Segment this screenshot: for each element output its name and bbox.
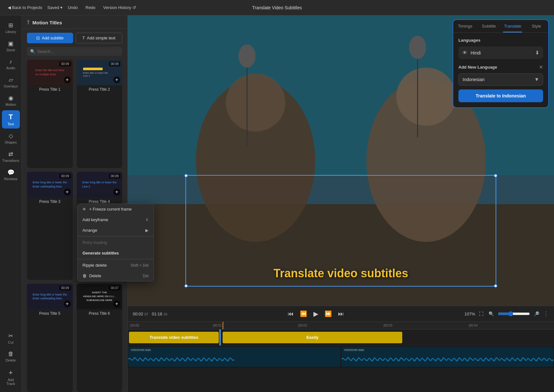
arrange-arrow-icon: ▶ xyxy=(145,228,149,233)
audio-waveform-2: voiceover.wav xyxy=(342,347,554,367)
sidebar-label-transitions: Transitions xyxy=(2,159,19,163)
language-select[interactable]: Indonesian Spanish French German Portugu… xyxy=(458,73,543,86)
sidebar-item-shapes[interactable]: ◇ Shapes xyxy=(2,130,20,147)
sidebar-label-cut: Cut xyxy=(8,340,13,344)
sidebar-item-reviews[interactable]: 💬 Reviews xyxy=(2,166,20,183)
context-menu-item-delete[interactable]: 🗑 Delete Del xyxy=(77,271,154,281)
template-add-4[interactable]: + xyxy=(113,188,120,196)
fast-forward-button[interactable]: ⏩ xyxy=(323,309,333,319)
template-duration-5: 00:09 xyxy=(59,286,71,290)
sidebar-item-text[interactable]: T Text xyxy=(2,110,20,129)
template-add-1[interactable]: + xyxy=(64,76,71,83)
sidebar-label-delete: Delete xyxy=(6,358,16,362)
current-language-row: 👁 Hindi ⬇ xyxy=(458,46,543,59)
tab-style[interactable]: Style xyxy=(524,20,548,32)
zoom-in-button[interactable]: 🔎 xyxy=(533,310,541,318)
template-add-6[interactable]: + xyxy=(113,300,120,307)
template-duration-6: 00:07 xyxy=(109,286,120,290)
library-icon: ⊞ xyxy=(8,22,13,29)
template-add-5[interactable]: + xyxy=(64,300,71,307)
skip-to-start-button[interactable]: ⏮ xyxy=(286,309,295,319)
template-card-press-title-2[interactable]: Enter title or lower theLine 2 00:09 + P… xyxy=(77,60,123,168)
search-input[interactable] xyxy=(37,49,119,54)
ruler-mark-0: |00:00 xyxy=(130,324,139,327)
translate-button[interactable]: Translate to Indonesian xyxy=(458,89,543,102)
ruler-mark-3: |00:03 xyxy=(383,324,392,327)
timeline-ruler: |00:00 |00:01 |00:02 |00:03 |00:04 xyxy=(128,322,554,329)
template-label-5: Press Title 5 xyxy=(27,309,73,318)
add-subtitle-button[interactable]: ⊡ Add subtitle xyxy=(27,33,73,43)
time-display: 00:02 07 01:18 16 xyxy=(133,312,167,316)
current-language-text: Hindi xyxy=(471,50,532,55)
sidebar-label-add-track: Add Track xyxy=(3,378,19,386)
motion-icon: ◉ xyxy=(8,95,13,102)
download-language-button[interactable]: ⬇ xyxy=(535,50,539,56)
skip-to-end-button[interactable]: ⏭ xyxy=(337,309,345,319)
subtitle-clip-1[interactable]: Translate video subtitles xyxy=(129,332,219,343)
stock-icon: ▣ xyxy=(8,40,13,47)
icon-sidebar: ⊞ Library ▣ Stock ♪ Audio ▱ Overlays ◉ M… xyxy=(0,15,22,392)
sidebar-item-stock[interactable]: ▣ Stock xyxy=(2,38,20,54)
transitions-icon: ⇄ xyxy=(8,151,13,158)
template-card-press-title-1[interactable]: Enter the title text hereon multiple lin… xyxy=(27,60,73,168)
context-menu-item-arrange[interactable]: Arrange ▶ xyxy=(77,225,154,236)
sidebar-label-motion: Motion xyxy=(5,103,16,106)
sidebar-item-audio[interactable]: ♪ Audio xyxy=(2,56,20,72)
svg-point-4 xyxy=(226,73,286,131)
waveform-svg-1 xyxy=(128,352,234,367)
redo-button[interactable]: Redo xyxy=(83,4,98,11)
tab-subtitle[interactable]: Subtitle xyxy=(477,20,501,32)
back-button[interactable]: ◀ Back to Projects xyxy=(5,4,45,11)
clip-divider xyxy=(219,329,221,346)
template-label-2: Press Title 2 xyxy=(77,85,123,94)
template-label-6: Press Title 6 xyxy=(77,309,123,318)
subtitle-track-row: Translate video subtitles Easily xyxy=(128,329,554,346)
sidebar-label-reviews: Reviews xyxy=(4,177,18,181)
tab-translate[interactable]: Translate xyxy=(501,20,524,32)
add-text-button[interactable]: T Add simple text xyxy=(76,33,123,43)
zoom-slider[interactable] xyxy=(498,311,530,316)
sidebar-label-audio: Audio xyxy=(6,66,15,70)
undo-button[interactable]: Undo xyxy=(65,4,80,11)
context-menu-separator-1 xyxy=(77,236,154,237)
saved-indicator[interactable]: Saved ▾ xyxy=(47,5,63,10)
context-menu-item-retry-loading: Retry loading xyxy=(77,237,154,248)
version-history-button[interactable]: Version History ↺ xyxy=(101,4,139,11)
add-new-language-label: Add New Language xyxy=(458,65,497,70)
template-add-3[interactable]: + xyxy=(64,188,71,196)
keyframe-shortcut: K xyxy=(146,218,149,222)
audio-track-1: voiceover.wav voiceover.wav xyxy=(128,346,554,368)
more-options-icon[interactable]: ⋮ xyxy=(543,310,549,317)
template-card-press-title-3[interactable]: Enter long title or lower theEnter subhe… xyxy=(27,172,73,280)
subtitle-clip-2[interactable]: Easily xyxy=(223,332,402,343)
close-add-language-button[interactable]: ✕ xyxy=(539,64,543,70)
sidebar-item-delete[interactable]: 🗑 Delete xyxy=(2,348,20,365)
context-menu-item-generate-subtitles[interactable]: Generate subtitles xyxy=(77,248,154,258)
rewind-button[interactable]: ⏪ xyxy=(299,309,308,319)
template-duration-4: 00:09 xyxy=(109,174,120,179)
sidebar-item-add-track[interactable]: + Add Track xyxy=(2,366,20,388)
template-label-3: Press Title 3 xyxy=(27,197,73,206)
page-title: Translate Video Subtitles xyxy=(252,5,302,10)
template-card-press-title-5[interactable]: Enter long title or lower theEnter subhe… xyxy=(27,284,73,392)
template-add-2[interactable]: + xyxy=(113,76,120,83)
context-menu-item-freeze[interactable]: ❄ + Freeze current frame xyxy=(77,204,154,214)
sidebar-item-library[interactable]: ⊞ Library xyxy=(2,19,20,36)
context-menu-item-ripple-delete[interactable]: Ripple delete Shift + Del xyxy=(77,260,154,271)
template-duration-1: 00:09 xyxy=(59,62,71,66)
context-menu-item-add-keyframe[interactable]: Add keyframe K xyxy=(77,214,154,225)
sidebar-item-transitions[interactable]: ⇄ Transitions xyxy=(2,148,20,165)
tab-timings[interactable]: Timings xyxy=(453,20,477,32)
zoom-out-button[interactable]: 🔍 xyxy=(487,310,495,318)
delete-shortcut: Del xyxy=(143,274,149,278)
panel-header-icon: T̃ xyxy=(27,20,30,25)
sidebar-item-motion[interactable]: ◉ Motion xyxy=(2,92,20,109)
sidebar-item-overlays[interactable]: ▱ Overlays xyxy=(2,74,20,91)
sidebar-item-cut[interactable]: ✂ Cut xyxy=(2,330,20,347)
play-pause-button[interactable]: ▶ xyxy=(312,309,320,319)
right-panel: Timings Subtitle Translate Style Languag… xyxy=(453,19,549,108)
template-card-press-title-6[interactable]: INSERT THEHEADLINE HERE ON 2 LI...SUBHEA… xyxy=(77,284,123,392)
language-select-wrapper: Indonesian Spanish French German Portugu… xyxy=(458,73,543,86)
fullscreen-button[interactable]: ⛶ xyxy=(478,310,485,318)
saved-dropdown-icon: ▾ xyxy=(60,5,63,10)
